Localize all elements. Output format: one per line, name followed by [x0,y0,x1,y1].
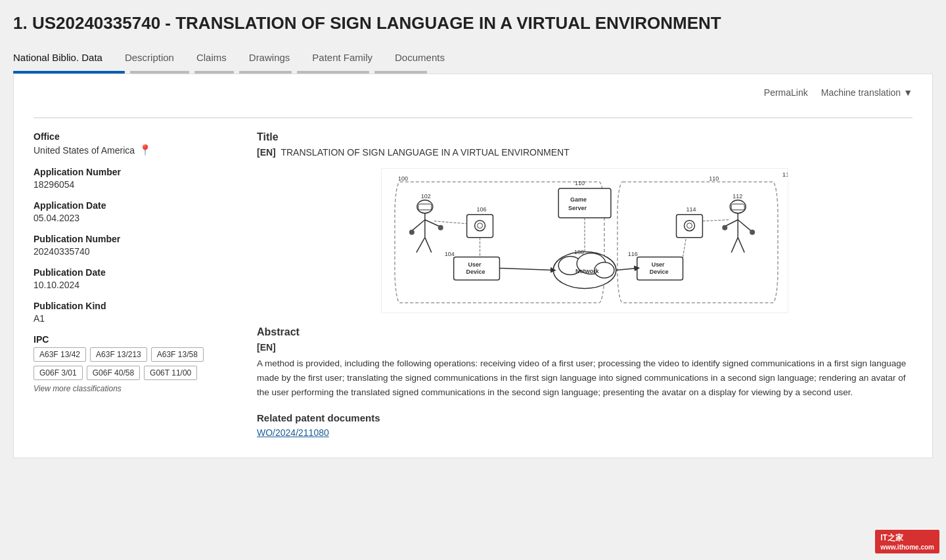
svg-text:106: 106 [477,206,487,213]
svg-rect-42 [731,204,744,210]
svg-rect-2 [618,182,778,303]
tab-documents[interactable]: Documents [395,47,455,70]
tab-patent-family[interactable]: Patent Family [312,47,383,70]
divider [34,118,912,118]
svg-text:User: User [652,261,665,268]
title-section-label: Title [257,131,912,143]
dropdown-icon: ▼ [903,87,912,98]
app-number-label: Application Number [34,167,231,177]
svg-line-46 [731,238,738,253]
ipc-tag-4[interactable]: G06F 3/01 [34,366,83,380]
svg-text:Network: Network [575,269,598,275]
pub-date-value: 10.10.2024 [34,280,231,290]
svg-text:110: 110 [575,180,585,186]
svg-rect-23 [558,188,611,218]
location-icon: 📍 [139,144,152,156]
svg-text:112: 112 [732,193,742,200]
view-more-classifications[interactable]: View more classifications [34,384,231,393]
svg-line-54 [616,269,637,270]
svg-text:104: 104 [445,251,455,257]
svg-point-13 [438,225,443,230]
underline-description [130,71,189,74]
ipc-tag-5[interactable]: G06F 40/58 [87,366,140,380]
ipc-label: IPC [34,334,231,345]
pub-kind-label: Publication Kind [34,301,231,311]
tab-drawings[interactable]: Drawings [249,47,301,70]
svg-text:Game: Game [570,196,587,203]
svg-rect-37 [677,215,703,238]
underline-patent-family [297,71,369,74]
underline-national-biblio [13,71,125,74]
office-label: Office [34,131,231,142]
patent-diagram-area: 110 100 110 [257,168,912,313]
svg-line-45 [738,220,751,231]
app-number-value: 18296054 [34,179,231,190]
patent-diagram: 110 100 110 [381,168,788,313]
machine-translation-label: Machine translation [821,87,901,98]
svg-rect-15 [467,215,493,238]
svg-line-53 [499,269,553,270]
svg-text:100: 100 [398,175,408,182]
svg-text:110: 110 [782,171,788,178]
patent-title: 1. US20240335740 - TRANSLATION OF SIGN L… [13,13,933,33]
svg-line-10 [417,238,425,253]
title-text-value: TRANSLATION OF SIGN LANGUAGE IN A VIRTUA… [281,147,569,158]
svg-text:110: 110 [709,175,719,182]
svg-line-56 [683,238,687,257]
svg-point-48 [722,225,727,230]
svg-line-57 [702,220,729,221]
svg-text:108: 108 [574,249,584,255]
main-content: Office United States of America 📍 Applic… [34,131,912,438]
svg-line-8 [412,220,425,231]
biblio-left-col: Office United States of America 📍 Applic… [34,131,231,438]
ipc-tag-3[interactable]: A63F 13/58 [151,347,204,362]
svg-line-44 [725,220,738,226]
svg-text:Device: Device [466,269,485,276]
office-value: United States of America 📍 [34,144,231,156]
svg-text:User: User [468,261,482,268]
abstract-text: A method is provided, including the foll… [257,356,912,399]
svg-text:Device: Device [650,269,669,276]
ipc-tags-container: A63F 13/42 A63F 13/213 A63F 13/58 G06F 3… [34,347,231,380]
tab-underlines [13,71,933,74]
svg-line-9 [425,220,439,226]
related-patent-link[interactable]: WO/2024/211080 [257,427,912,438]
underline-documents [374,71,427,74]
title-value-row: [EN] TRANSLATION OF SIGN LANGUAGE IN A V… [257,147,912,158]
svg-point-12 [409,230,415,235]
svg-line-51 [434,221,467,224]
tab-description[interactable]: Description [125,47,185,70]
ipc-tag-2[interactable]: A63F 13/213 [90,347,147,362]
content-panel: PermaLink Machine translation ▼ Office U… [13,74,933,458]
svg-text:116: 116 [628,251,638,257]
svg-line-11 [425,238,432,253]
svg-line-47 [738,238,744,253]
right-col: Title [EN] TRANSLATION OF SIGN LANGUAGE … [257,131,912,438]
app-date-label: Application Date [34,200,231,211]
title-lang-badge: [EN] [257,147,276,158]
related-patents-label: Related patent documents [257,412,912,423]
svg-text:Server: Server [568,205,587,211]
tabs-container: National Biblio. Data Description Claims… [13,47,933,74]
svg-point-49 [750,230,755,235]
tab-national-biblio[interactable]: National Biblio. Data [13,47,113,70]
machine-translation-button[interactable]: Machine translation ▼ [821,87,912,98]
abstract-lang-row: [EN] [257,342,912,353]
pub-kind-value: A1 [34,313,231,324]
underline-claims [194,71,234,74]
top-actions: PermaLink Machine translation ▼ [34,87,912,104]
pub-number-value: 20240335740 [34,246,231,257]
svg-text:102: 102 [421,193,431,200]
app-date-value: 05.04.2023 [34,213,231,223]
ipc-tag-1[interactable]: A63F 13/42 [34,347,86,362]
tab-claims[interactable]: Claims [196,47,237,70]
tab-bar: National Biblio. Data Description Claims… [13,47,933,70]
underline-drawings [239,71,292,74]
abstract-section-label: Abstract [257,326,912,338]
pub-date-label: Publication Date [34,267,231,278]
svg-text:114: 114 [686,206,696,213]
svg-rect-6 [418,204,432,210]
ipc-tag-6[interactable]: G06T 11/00 [144,366,197,380]
permalink-button[interactable]: PermaLink [764,87,808,98]
pub-number-label: Publication Number [34,234,231,244]
